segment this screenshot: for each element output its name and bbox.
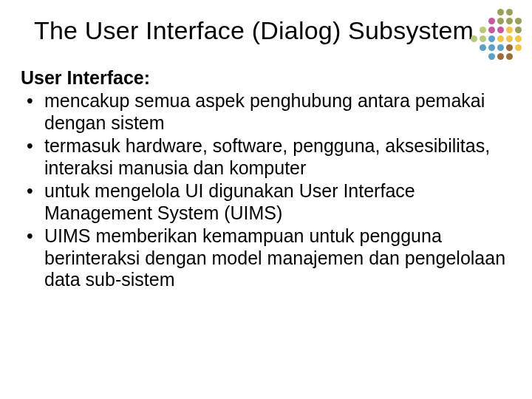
list-item: untuk mengelola UI digunakan User Interf…: [21, 180, 511, 224]
list-item: mencakup semua aspek penghubung antara p…: [21, 90, 511, 134]
motif-dot: [488, 53, 495, 60]
motif-dot: [506, 27, 513, 33]
motif-dot: [480, 35, 486, 42]
motif-dot: [515, 18, 522, 24]
motif-dot: [515, 44, 522, 51]
decorative-dot-motif: [471, 9, 522, 60]
motif-dot: [506, 18, 513, 24]
motif-dot: [497, 9, 504, 16]
motif-dot: [506, 9, 513, 16]
motif-dot: [471, 35, 477, 42]
motif-dot: [488, 27, 495, 33]
motif-dot: [506, 44, 513, 51]
bullet-list: mencakup semua aspek penghubung antara p…: [21, 90, 511, 291]
motif-dot: [497, 35, 504, 42]
motif-dot: [488, 18, 495, 24]
section-heading: User Interface:: [21, 67, 511, 89]
motif-dot: [497, 18, 504, 24]
motif-dot: [488, 44, 495, 51]
motif-dot: [515, 27, 522, 33]
list-item: UIMS memberikan kemampuan untuk pengguna…: [21, 225, 511, 291]
list-item: termasuk hardware, software, pengguna, a…: [21, 135, 511, 179]
motif-dot: [480, 44, 486, 51]
motif-dot: [497, 27, 504, 33]
motif-dot: [480, 27, 486, 33]
motif-dot: [506, 35, 513, 42]
motif-dot: [515, 35, 522, 42]
motif-dot: [488, 35, 495, 42]
motif-dot: [497, 44, 504, 51]
slide-title: The User Interface (Dialog) Subsystem: [34, 16, 511, 45]
slide: The User Interface (Dialog) Subsystem Us…: [0, 0, 532, 399]
motif-dot: [497, 53, 504, 60]
motif-dot: [506, 53, 513, 60]
